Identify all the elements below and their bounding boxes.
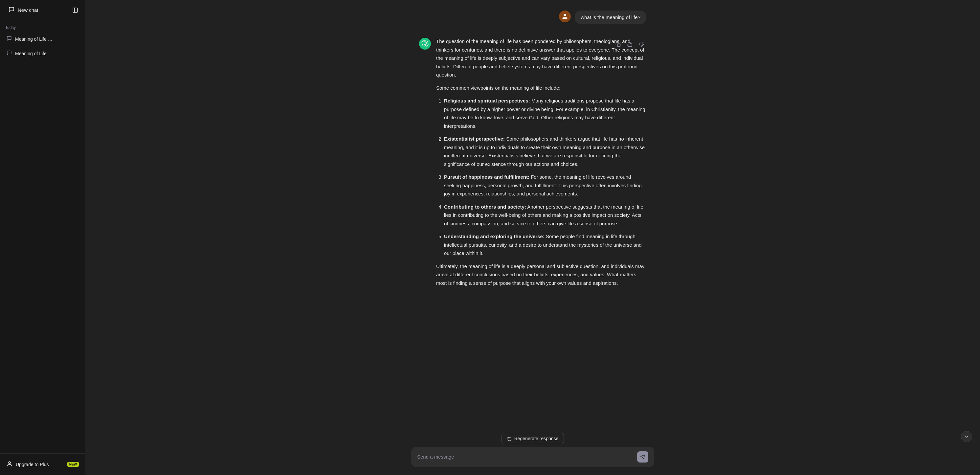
- svg-rect-0: [73, 8, 78, 13]
- thumbs-down-button[interactable]: [637, 40, 646, 48]
- regenerate-label: Regenerate response: [514, 436, 558, 441]
- assistant-viewpoints-list: Religious and spiritual perspectives: Ma…: [436, 97, 646, 258]
- new-chat-button[interactable]: New chat: [5, 4, 70, 16]
- new-chat-label: New chat: [18, 7, 38, 13]
- user-message-container: what is the meaning of life?: [411, 6, 654, 33]
- message-input-wrapper: [411, 447, 654, 467]
- viewpoint-3-title: Pursuit of happiness and fulfillment:: [444, 174, 530, 180]
- viewpoint-2: Existentialist perspective: Some philoso…: [444, 135, 646, 168]
- user-icon: [6, 461, 13, 468]
- sidebar: New chat Today Meaning of Life Pers: [0, 0, 85, 475]
- chat-item-icon-1: [6, 36, 12, 42]
- viewpoint-5-title: Understanding and exploring the universe…: [444, 234, 544, 239]
- regenerate-icon: [507, 436, 512, 441]
- user-message-text: what is the meaning of life?: [575, 11, 646, 24]
- assistant-avatar: [419, 38, 431, 49]
- viewpoint-4-title: Contributing to others and society:: [444, 204, 526, 210]
- viewpoint-3: Pursuit of happiness and fulfillment: Fo…: [444, 173, 646, 198]
- upgrade-badge: NEW: [67, 462, 79, 467]
- chat-bubble-icon: [8, 6, 14, 13]
- thumbs-down-icon: [639, 42, 644, 47]
- upgrade-label: Upgrade to Plus: [16, 462, 49, 467]
- sidebar-bottom: Upgrade to Plus NEW: [0, 453, 85, 475]
- chat-messages: what is the meaning of life?: [85, 0, 980, 428]
- assistant-content: The question of the meaning of life has …: [436, 37, 646, 292]
- pencil-icon: [57, 37, 62, 41]
- toggle-sidebar-button[interactable]: [70, 5, 80, 15]
- trash-icon: [73, 37, 78, 41]
- toggle-sidebar-icon: [72, 7, 78, 13]
- viewpoint-2-title: Existentialist perspective:: [444, 136, 505, 142]
- thumbs-up-icon: [627, 42, 633, 47]
- viewpoint-5: Understanding and exploring the universe…: [444, 232, 646, 258]
- thumbs-up-button[interactable]: [625, 40, 635, 48]
- share-icon: [65, 37, 70, 41]
- viewpoint-1-title: Religious and spiritual perspectives:: [444, 98, 530, 104]
- svg-point-3: [8, 462, 11, 464]
- send-button[interactable]: [637, 451, 648, 462]
- assistant-text: The question of the meaning of life has …: [436, 37, 646, 287]
- copy-button[interactable]: [614, 40, 623, 48]
- send-icon: [640, 454, 645, 459]
- sidebar-item-chat-1[interactable]: Meaning of Life Pers: [3, 32, 83, 46]
- user-message-row: what is the meaning of life?: [559, 11, 646, 24]
- assistant-conclusion: Ultimately, the meaning of life is a dee…: [436, 262, 646, 287]
- sidebar-item-chat-2[interactable]: Meaning of Life: [3, 47, 83, 60]
- assistant-message-container: The question of the meaning of life has …: [411, 33, 654, 303]
- chat-delete-button-1[interactable]: [72, 36, 79, 42]
- chat-item-icon-2: [6, 50, 12, 57]
- assistant-viewpoints-intro: Some common viewpoints on the meaning of…: [436, 84, 646, 92]
- scroll-bottom-button[interactable]: [961, 431, 972, 442]
- regenerate-button[interactable]: Regenerate response: [501, 433, 564, 444]
- chat-item-label-2: Meaning of Life: [15, 51, 79, 56]
- user-avatar: [559, 11, 571, 22]
- message-input[interactable]: [417, 453, 633, 461]
- main-content: what is the meaning of life?: [85, 0, 980, 475]
- user-message-content: what is the meaning of life?: [581, 14, 640, 20]
- copy-icon: [616, 42, 621, 47]
- assistant-message-wrapper: The question of the meaning of life has …: [419, 37, 646, 292]
- chat-item-label-1: Meaning of Life Pers: [15, 37, 53, 42]
- upgrade-button[interactable]: Upgrade to Plus NEW: [3, 457, 83, 471]
- user-message-wrapper: what is the meaning of life?: [419, 11, 646, 24]
- sidebar-top: New chat: [0, 0, 85, 20]
- user-avatar-icon: [561, 13, 568, 20]
- openai-logo: [422, 40, 429, 47]
- viewpoint-4: Contributing to others and society: Anot…: [444, 203, 646, 228]
- svg-point-4: [564, 14, 566, 16]
- input-area: Regenerate response: [85, 428, 980, 475]
- viewpoint-1: Religious and spiritual perspectives: Ma…: [444, 97, 646, 130]
- section-today-label: Today: [0, 20, 85, 32]
- assistant-actions: [614, 40, 646, 48]
- chat-share-button-1[interactable]: [64, 36, 71, 42]
- regenerate-area: Regenerate response: [501, 433, 564, 444]
- scroll-down-icon: [964, 434, 969, 439]
- svg-rect-5: [617, 44, 620, 47]
- chat-edit-button-1[interactable]: [56, 36, 63, 42]
